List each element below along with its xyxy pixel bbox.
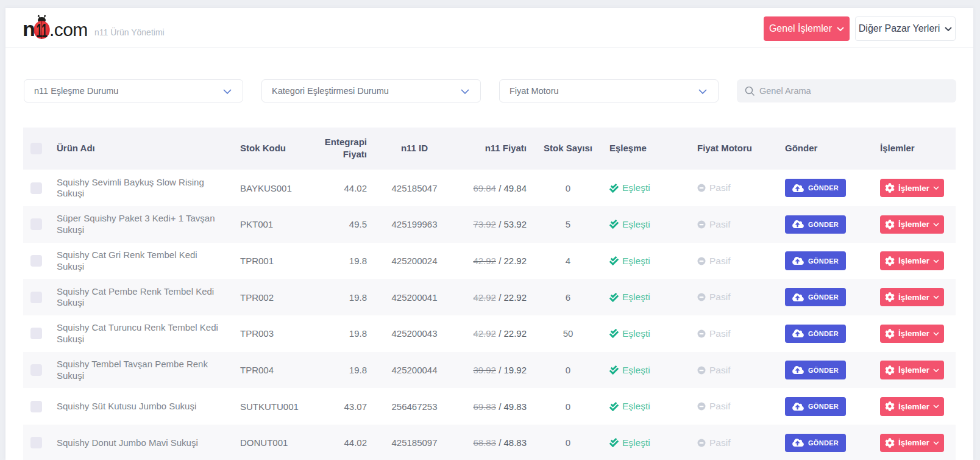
svg-text:.com: .com <box>49 20 88 39</box>
svg-text:11: 11 <box>37 21 48 39</box>
svg-text:n: n <box>23 17 35 39</box>
